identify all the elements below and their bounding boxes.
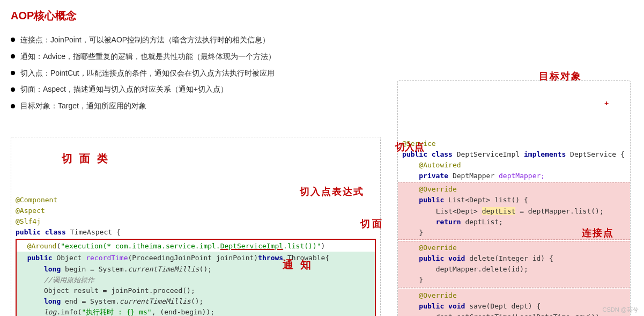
code-token: List<Dept> list() { [448, 196, 528, 204]
annotation-aspect: 切 面 [360, 217, 382, 232]
code-token: deptList [482, 207, 516, 215]
code-token: (); [199, 265, 212, 273]
code-token: implements [524, 150, 570, 158]
code-token: @Override [419, 185, 456, 193]
code-token: } [419, 229, 423, 237]
code-token: now [574, 313, 587, 316]
bullet-icon [11, 71, 15, 75]
code-token: deptList; [465, 218, 502, 226]
code-token: DeptServiceImpl [220, 242, 283, 250]
watermark: CSDN @芸兮 [603, 306, 639, 314]
code-token: private [419, 172, 453, 180]
code-token: public [16, 228, 45, 236]
target-code-block: 目标对象 切入点 连接点 + @Service public class Dep… [397, 80, 631, 316]
code-token: DeptServiceImpl [457, 150, 524, 158]
bullet-icon [11, 38, 15, 42]
code-comment: //调用原始操作 [44, 276, 94, 284]
code-token: long [44, 265, 65, 273]
code-token: "execution(* com.itheima.service.impl. [61, 242, 220, 250]
annotation-joinpoint: 连接点 [582, 226, 614, 241]
code-token: = deptMapper.list(); [515, 207, 603, 215]
code-token: recordTime [86, 254, 128, 262]
code-token: @Slf4j [16, 217, 41, 225]
bullet-icon [11, 54, 15, 58]
code-token: "执行耗时 : {} ms" [82, 308, 151, 316]
code-token: currentTimeMillis [128, 265, 199, 273]
page-title: AOP核心概念 [0, 0, 644, 27]
code-token: } [419, 276, 423, 284]
aspect-code-block: 切 面 类 切入点表达式 通 知 切 面 @Component @Aspect … [11, 137, 381, 316]
code-token: (); [191, 297, 203, 305]
code-token: public [27, 254, 57, 262]
annotation-target: 目标对象 [539, 69, 582, 84]
code-token: , (end-begin)); [152, 308, 214, 316]
code-token: @Override [419, 291, 456, 299]
bullet-icon [11, 104, 15, 108]
code-token: @Autowired [419, 161, 461, 169]
aspect-highlight-box: @Around("execution(* com.itheima.service… [16, 239, 376, 316]
code-token: Object result = joinPoint.proceed(); [44, 286, 195, 295]
code-token: save(Dept dept) { [469, 302, 541, 310]
code-token: ()); [587, 313, 603, 316]
code-token: void [448, 254, 469, 262]
annotation-pointcut-expr: 切入点表达式 [300, 185, 364, 200]
annotation-advice: 通 知 [283, 256, 313, 273]
code-token: class [45, 228, 70, 236]
code-token: List<Dept> [436, 207, 482, 215]
code-token: class [432, 150, 457, 158]
bullet-text: 切入点：PointCut，匹配连接点的条件，通知仅会在切入点方法执行时被应用 [20, 65, 275, 82]
code-token: public [419, 196, 448, 204]
code-token: @Component [16, 196, 57, 204]
code-token: DeptService { [570, 150, 625, 158]
code-token: public [419, 302, 448, 310]
code-token: deptMapper; [499, 172, 545, 180]
right-column: 目标对象 切入点 连接点 + @Service public class Dep… [397, 80, 631, 316]
code-token: dept.setCreateTime(LocalDateTime. [436, 313, 574, 316]
bullet-text: 目标对象：Target，通知所应用的对象 [20, 98, 146, 114]
list-item: 连接点：JoinPoint，可以被AOP控制的方法（暗含方法执行时的相关信息） [11, 32, 644, 48]
bullet-text: 通知：Advice，指哪些重复的逻辑，也就是共性功能（最终体现为一个方法） [20, 48, 276, 65]
left-column: 切 面 类 切入点表达式 通 知 切 面 @Component @Aspect … [0, 137, 391, 316]
bullet-icon [11, 87, 15, 92]
code-token: log [44, 308, 56, 316]
plus-icon: + [604, 98, 609, 109]
code-token: deptMapper.delete(id); [436, 265, 528, 273]
code-token: @Override [419, 244, 456, 252]
code-token: Object [56, 254, 86, 262]
save-method-box: @Override public void save(Dept dept) { … [398, 289, 630, 316]
code-token: (ProceedingJoinPoint joinPoint) [128, 254, 258, 262]
code-token: void [448, 302, 469, 310]
bullet-text: 切面：Aspect，描述通知与切入点的对应关系（通知+切入点） [20, 81, 228, 98]
code-token: return [436, 218, 465, 226]
code-token: long [44, 297, 65, 305]
list-item: 通知：Advice，指哪些重复的逻辑，也就是共性功能（最终体现为一个方法） [11, 48, 644, 65]
advice-highlight-box: public Object recordTime(ProceedingJoinP… [17, 252, 375, 316]
code-token: TimeAspect { [70, 228, 121, 236]
bullet-text: 连接点：JoinPoint，可以被AOP控制的方法（暗含方法执行时的相关信息） [20, 32, 270, 48]
code-token: DeptMapper [453, 172, 499, 180]
annotation-aspect-class: 切 面 类 [62, 150, 110, 167]
delete-method-box: @Override public void delete(Integer id)… [398, 241, 630, 288]
code-token: .list())" [283, 242, 321, 250]
code-token: end = System. [65, 297, 120, 305]
code-token: begin = System. [65, 265, 128, 273]
code-token: ) [321, 242, 325, 250]
code-token: @Aspect [16, 207, 45, 215]
code-token: public [419, 254, 448, 262]
annotation-pointcut: 切入点 [395, 140, 424, 155]
code-token: delete(Integer id) { [469, 254, 553, 262]
code-token: currentTimeMillis [120, 297, 191, 305]
code-token: @Around [27, 242, 57, 250]
code-token: .info( [56, 308, 82, 316]
